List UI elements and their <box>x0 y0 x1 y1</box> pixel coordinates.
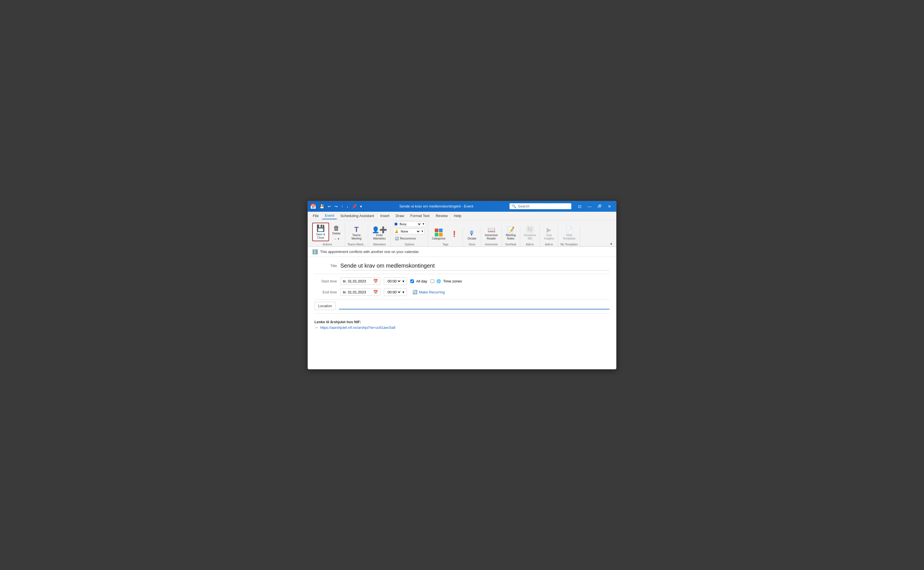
immersive-reader-label: ImmersiveReader <box>485 234 498 241</box>
ribbon-group-viva: ▶ VivaInsights Add-in <box>540 226 558 247</box>
time-zones-group: 🌐 Time zones <box>430 279 462 283</box>
dynamics-group-label: Add-in <box>526 243 534 246</box>
location-input[interactable] <box>339 302 610 310</box>
ribbon-collapse-button[interactable]: ▲ <box>609 241 614 247</box>
delete-dropdown-label: ▾ <box>338 237 339 241</box>
body-link-row: → https://aarshjulet.nif.no/arshjul?w=uc… <box>314 325 610 331</box>
all-day-checkbox[interactable] <box>410 279 414 283</box>
meeting-notes-button[interactable]: 📝 MeetingNotes <box>504 226 518 241</box>
categorize-button[interactable]: Categorize <box>430 228 447 241</box>
teams-meeting-button[interactable]: T TeamsMeeting <box>350 225 363 241</box>
conflict-bar: ℹ️ This appointment conflicts with anoth… <box>308 247 616 257</box>
dynamics-button[interactable]: N Dynamics365 <box>523 225 538 241</box>
reminder-select[interactable]: None 15 minutes 30 minutes 1 hour <box>400 230 420 233</box>
search-icon: 🔍 <box>512 204 516 208</box>
make-recurring-button[interactable]: 🔄 Make Recurring <box>410 289 447 296</box>
all-day-group: All day <box>410 279 427 283</box>
menu-draw[interactable]: Draw <box>393 213 407 219</box>
actions-group-label: Actions <box>323 243 332 246</box>
options-group-label: Options <box>405 243 414 246</box>
delete-button[interactable]: 🗑 Delete <box>330 224 343 236</box>
save-close-button[interactable]: 💾 Save &Close <box>312 223 329 241</box>
ribbon-group-onenote: 📝 MeetingNotes OneNote <box>502 226 520 247</box>
window-controls: ⊡ — 🗗 ✕ <box>575 203 614 210</box>
body-link[interactable]: https://aarshjulet.nif.no/arshjul?w=uc61… <box>320 325 395 329</box>
move-up-button[interactable]: ↑ <box>340 204 344 209</box>
teams-meeting-label: TeamsMeeting <box>352 234 362 241</box>
time-zones-checkbox[interactable] <box>430 279 434 283</box>
minimize-button[interactable]: — <box>585 203 594 210</box>
title-input[interactable] <box>340 261 610 270</box>
delete-dropdown-button[interactable]: → ▾ <box>332 237 340 241</box>
quick-access-dropdown[interactable]: ▾ <box>359 204 363 209</box>
dictate-icon: 🎙 <box>469 230 475 236</box>
recurrence-label: Recurrence <box>400 237 416 240</box>
globe-icon: 🌐 <box>437 279 441 283</box>
end-date-field[interactable] <box>343 290 371 294</box>
end-time-chevron-icon: ▾ <box>403 290 404 294</box>
search-box[interactable]: 🔍 <box>509 203 571 209</box>
menu-review[interactable]: Review <box>433 213 450 219</box>
redo-button[interactable]: ↪ <box>333 204 339 209</box>
invite-attendees-button[interactable]: 👤➕ InviteAttendees <box>371 226 388 241</box>
end-time-label: End time <box>314 290 337 294</box>
attendees-group-label: Attendees <box>373 243 386 246</box>
start-date-field[interactable] <box>343 279 371 283</box>
title-bar: 📅 💾 ↩ ↪ ↑ ↓ 📌 ▾ Sende ut krav om medlems… <box>308 201 616 212</box>
maximize-button[interactable]: 🗗 <box>595 203 604 210</box>
undo-button[interactable]: ↩ <box>326 204 332 209</box>
busy-select[interactable]: Busy Free Tentative Out of Office <box>398 222 421 226</box>
invite-label: InviteAttendees <box>373 234 386 241</box>
title-divider <box>314 274 610 274</box>
end-time-dropdown[interactable]: 00:00 01:00 06:00 ▾ <box>384 288 407 296</box>
menu-help[interactable]: Help <box>451 213 464 219</box>
search-input[interactable] <box>518 204 569 208</box>
recurrence-button[interactable]: 🔄 Recurrence <box>393 236 418 241</box>
importance-icon: ❗ <box>451 231 458 237</box>
location-divider-bottom <box>314 313 610 314</box>
close-button[interactable]: ✕ <box>605 203 614 210</box>
start-calendar-icon[interactable]: 📅 <box>373 279 378 283</box>
menu-format-text[interactable]: Format Text <box>407 213 432 219</box>
start-time-dropdown[interactable]: 00:00 01:00 06:00 08:00 09:00 ▾ <box>384 277 407 285</box>
ribbon-group-templates: 📄 ViewTemplates My Templates <box>558 226 580 247</box>
location-button[interactable]: Location <box>314 302 335 310</box>
time-zones-label[interactable]: Time zones <box>443 279 462 283</box>
start-date-input[interactable]: 📅 <box>340 277 380 285</box>
dynamics-icon: N <box>526 226 534 233</box>
ribbon-group-teams: T TeamsMeeting Teams Meeti... <box>345 225 368 247</box>
tags-group-label: Tags <box>443 243 449 246</box>
restore-button[interactable]: ⊡ <box>575 203 584 210</box>
reminder-chevron-icon: ▾ <box>421 230 423 233</box>
end-calendar-icon[interactable]: 📅 <box>373 290 378 294</box>
menu-event[interactable]: Event <box>322 212 337 219</box>
importance-button[interactable]: ❗ <box>448 230 460 238</box>
immersive-reader-button[interactable]: 📖 ImmersiveReader <box>483 226 499 241</box>
end-time-select[interactable]: 00:00 01:00 06:00 <box>386 290 401 294</box>
all-day-label[interactable]: All day <box>416 279 427 283</box>
reminder-select-control[interactable]: 🔔 None 15 minutes 30 minutes 1 hour ▾ <box>393 228 424 234</box>
delete-label: Delete <box>332 232 341 235</box>
end-date-input[interactable]: 📅 <box>340 288 380 296</box>
start-time-select[interactable]: 00:00 01:00 06:00 08:00 09:00 <box>386 279 401 283</box>
busy-select-control[interactable]: Busy Free Tentative Out of Office ▾ <box>393 221 426 227</box>
save-close-icon: 💾 <box>317 224 325 232</box>
menu-bar: File Event Scheduling Assistant Insert D… <box>308 212 616 220</box>
viva-insights-button[interactable]: ▶ VivaInsights <box>542 226 556 241</box>
start-time-chevron-icon: ▾ <box>403 279 404 283</box>
teams-icon: T <box>354 226 359 233</box>
viva-label: VivaInsights <box>544 234 553 241</box>
ribbon-group-tags: Categorize ❗ Tags <box>428 227 463 247</box>
pin-button[interactable]: 📌 <box>351 204 358 209</box>
save-toolbar-button[interactable]: 💾 <box>318 204 326 209</box>
ribbon-group-actions: 💾 Save &Close 🗑 Delete → ▾ Actions <box>310 223 345 247</box>
outlook-window: 📅 💾 ↩ ↪ ↑ ↓ 📌 ▾ Sende ut krav om medlems… <box>307 201 617 369</box>
move-down-button[interactable]: ↓ <box>345 204 350 209</box>
menu-insert[interactable]: Insert <box>377 213 392 219</box>
arrow-icon: → <box>314 325 318 329</box>
menu-file[interactable]: File <box>310 213 321 219</box>
view-templates-button[interactable]: 📄 ViewTemplates <box>561 226 577 241</box>
dictate-button[interactable]: 🎙 Dictate <box>465 230 478 241</box>
bell-icon: 🔔 <box>395 230 398 233</box>
menu-scheduling[interactable]: Scheduling Assistant <box>338 213 377 219</box>
